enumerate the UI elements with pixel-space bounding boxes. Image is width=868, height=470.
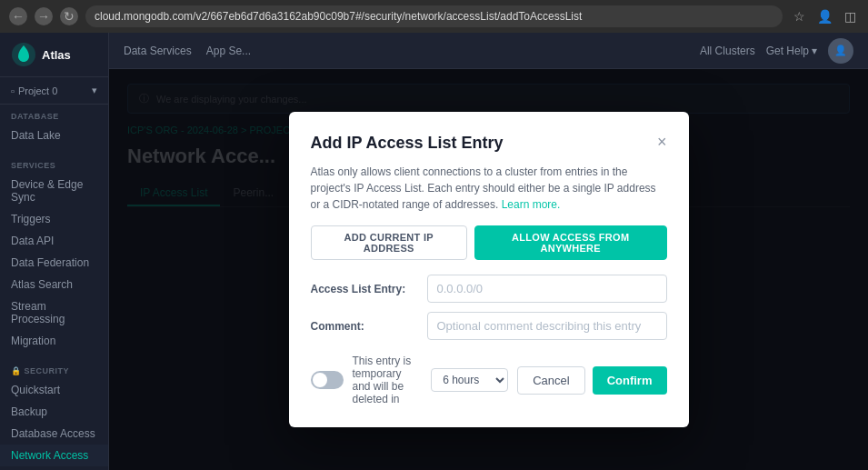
sidebar-item-migration[interactable]: Migration <box>0 330 108 352</box>
forward-button[interactable]: → <box>35 7 53 25</box>
confirm-button[interactable]: Confirm <box>593 366 667 395</box>
modal-description: Atlas only allows client connections to … <box>311 164 667 213</box>
data-api-label: Data API <box>11 235 54 247</box>
section-label-security: 🔒 Security <box>0 359 108 379</box>
allow-access-anywhere-button[interactable]: ALLOW ACCESS FROM ANYWHERE <box>474 225 667 260</box>
main-area: Data Services App Se... All Clusters Get… <box>109 33 868 470</box>
lock-icon: 🔒 <box>11 366 25 375</box>
access-list-entry-input[interactable] <box>427 275 667 303</box>
backup-label: Backup <box>11 405 47 418</box>
profile-icon[interactable]: 👤 <box>815 7 833 25</box>
data-federation-label: Data Federation <box>11 256 89 269</box>
refresh-button[interactable]: ↻ <box>60 7 78 25</box>
section-label-services: Services <box>0 154 108 174</box>
sidebar-logo[interactable]: Atlas <box>0 33 108 77</box>
quickstart-label: Quickstart <box>11 384 60 396</box>
modal-title: Add IP Access List Entry <box>311 134 504 153</box>
modal-learn-more-link[interactable]: Learn more. <box>502 198 561 211</box>
triggers-label: Triggers <box>11 213 51 225</box>
project-cube-icon: ▫ <box>11 85 15 96</box>
hours-select[interactable]: 6 hours 12 hours 24 hours 48 hours <box>431 368 508 392</box>
browser-actions: ☆ 👤 ◫ <box>790 7 859 25</box>
comment-input[interactable] <box>427 312 667 340</box>
network-access-label: Network Access <box>11 449 88 462</box>
bookmark-icon[interactable]: ☆ <box>790 7 808 25</box>
browser-chrome: ← → ↻ cloud.mongodb.com/v2/667eb6d7d6a31… <box>0 0 868 33</box>
sidebar-item-backup[interactable]: Backup <box>0 401 108 423</box>
sidebar-item-quickstart[interactable]: Quickstart <box>0 379 108 401</box>
sidebar-item-data-federation[interactable]: Data Federation <box>0 252 108 274</box>
url-text: cloud.mongodb.com/v2/667eb6d7d6a3162ab90… <box>95 10 582 23</box>
project-label: Project 0 <box>18 85 57 96</box>
add-ip-access-list-modal: Add IP Access List Entry × Atlas only al… <box>289 112 689 427</box>
get-help-button[interactable]: Get Help ▾ <box>766 45 817 57</box>
atlas-logo-icon <box>11 42 36 67</box>
device-edge-label: Device & Edge Sync <box>11 178 97 204</box>
modal-action-buttons: Cancel Confirm <box>517 366 666 395</box>
modal-footer: This entry is temporary and will be dele… <box>311 355 667 405</box>
modal-overlay: Add IP Access List Entry × Atlas only al… <box>109 69 868 470</box>
app-container: Atlas ▫ Project 0 ▾ Database Data Lake S… <box>0 33 868 470</box>
comment-label: Comment: <box>311 320 420 333</box>
migration-label: Migration <box>11 335 55 347</box>
database-access-label: Database Access <box>11 427 95 440</box>
avatar-icon: 👤 <box>834 45 847 56</box>
sidebar: Atlas ▫ Project 0 ▾ Database Data Lake S… <box>0 33 109 470</box>
atlas-search-label: Atlas Search <box>11 278 73 291</box>
url-bar[interactable]: cloud.mongodb.com/v2/667eb6d7d6a3162ab90… <box>85 5 783 27</box>
sidebar-item-device-edge-sync[interactable]: Device & Edge Sync <box>0 174 108 208</box>
sidebar-project[interactable]: ▫ Project 0 ▾ <box>0 77 108 105</box>
nav-app-services[interactable]: App Se... <box>206 41 251 61</box>
stream-processing-label: Stream Processing <box>11 300 97 325</box>
modal-description-text: Atlas only allows client connections to … <box>311 165 656 211</box>
all-clusters-button[interactable]: All Clusters <box>700 45 755 57</box>
comment-field: Comment: <box>311 312 667 340</box>
sidebar-item-data-lake[interactable]: Data Lake <box>0 125 108 146</box>
modal-close-button[interactable]: × <box>657 134 667 150</box>
section-label-database: Database <box>0 105 108 125</box>
atlas-logo-text: Atlas <box>42 48 71 62</box>
extensions-icon[interactable]: ◫ <box>841 7 859 25</box>
access-list-entry-label: Access List Entry: <box>311 283 420 295</box>
sidebar-item-advanced[interactable]: Advanced <box>0 466 108 470</box>
toggle-label: This entry is temporary and will be dele… <box>353 355 423 405</box>
user-avatar[interactable]: 👤 <box>828 38 853 64</box>
get-help-label: Get Help <box>766 45 809 57</box>
sidebar-item-atlas-search[interactable]: Atlas Search <box>0 274 108 295</box>
data-lake-label: Data Lake <box>11 129 61 142</box>
help-chevron-icon: ▾ <box>812 45 817 57</box>
sidebar-item-network-access[interactable]: Network Access <box>0 445 108 466</box>
nav-data-services[interactable]: Data Services <box>124 41 192 61</box>
sidebar-item-triggers[interactable]: Triggers <box>0 208 108 230</box>
sidebar-item-stream-processing[interactable]: Stream Processing <box>0 295 108 330</box>
access-list-entry-field: Access List Entry: <box>311 275 667 303</box>
top-nav: Data Services App Se... All Clusters Get… <box>109 33 868 69</box>
project-chevron-icon: ▾ <box>92 85 97 96</box>
top-nav-right: All Clusters Get Help ▾ 👤 <box>700 38 853 64</box>
sidebar-item-database-access[interactable]: Database Access <box>0 423 108 445</box>
temporary-entry-toggle[interactable] <box>311 371 344 389</box>
modal-header: Add IP Access List Entry × <box>311 134 667 153</box>
sidebar-item-data-api[interactable]: Data API <box>0 230 108 252</box>
cancel-button[interactable]: Cancel <box>517 366 584 395</box>
back-button[interactable]: ← <box>9 7 27 25</box>
add-current-ip-button[interactable]: ADD CURRENT IP ADDRESS <box>311 225 467 260</box>
modal-action-tab-row: ADD CURRENT IP ADDRESS ALLOW ACCESS FROM… <box>311 225 667 260</box>
content-overlay-area: ⓘ We are displaying your changes... ICP'… <box>109 69 868 470</box>
